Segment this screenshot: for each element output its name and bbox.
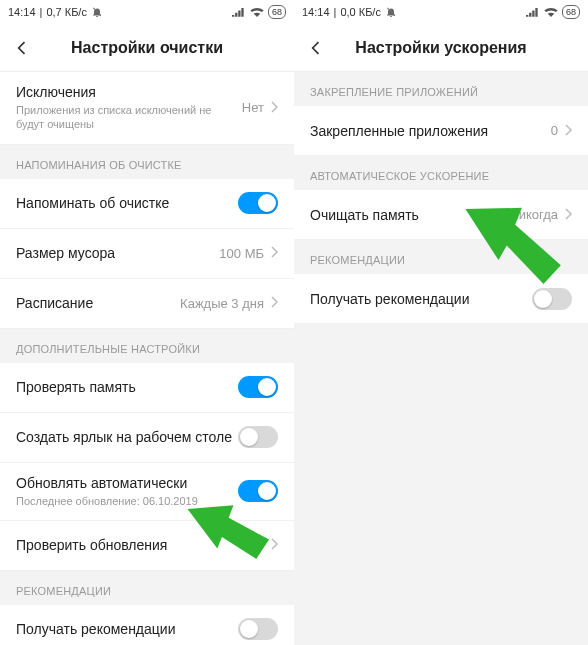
- back-button[interactable]: [0, 24, 44, 72]
- phone-left: 14:14 | 0,7 КБ/с 68 Настройки очистки Ис…: [0, 0, 294, 645]
- status-speed: 0,0 КБ/с: [340, 6, 381, 18]
- status-divider: |: [334, 6, 337, 18]
- status-bar: 14:14 | 0,7 КБ/с 68: [0, 0, 294, 24]
- check-updates-label: Проверить обновления: [16, 537, 270, 553]
- shortcut-toggle[interactable]: [238, 426, 278, 448]
- wifi-icon: [250, 7, 264, 17]
- check-memory-label: Проверять память: [16, 379, 238, 395]
- row-receive-recs[interactable]: Получать рекомендации: [294, 274, 588, 324]
- content: Исключения Приложения из списка исключен…: [0, 72, 294, 645]
- trash-size-label: Размер мусора: [16, 245, 219, 261]
- clear-memory-label: Очищать память: [310, 207, 509, 223]
- section-recs: РЕКОМЕНДАЦИИ: [0, 571, 294, 605]
- receive-recs-toggle[interactable]: [532, 288, 572, 310]
- status-time: 14:14: [302, 6, 330, 18]
- schedule-value: Каждые 3 дня: [180, 296, 264, 311]
- status-speed: 0,7 КБ/с: [46, 6, 87, 18]
- row-shortcut[interactable]: Создать ярлык на рабочем столе: [0, 413, 294, 463]
- shortcut-label: Создать ярлык на рабочем столе: [16, 429, 238, 445]
- row-exclusions[interactable]: Исключения Приложения из списка исключен…: [0, 72, 294, 145]
- battery-icon: 68: [268, 5, 286, 19]
- section-reminders: НАПОМИНАНИЯ ОБ ОЧИСТКЕ: [0, 145, 294, 179]
- header: Настройки очистки: [0, 24, 294, 72]
- section-auto: АВТОМАТИЧЕСКОЕ УСКОРЕНИЕ: [294, 156, 588, 190]
- auto-update-sublabel: Последнее обновление: 06.10.2019: [16, 494, 238, 508]
- chevron-right-icon: [270, 244, 278, 262]
- receive-recs-toggle[interactable]: [238, 618, 278, 640]
- check-memory-toggle[interactable]: [238, 376, 278, 398]
- section-pinned: ЗАКРЕПЛЕНИЕ ПРИЛОЖЕНИЙ: [294, 72, 588, 106]
- page-title: Настройки очистки: [0, 39, 294, 57]
- exclusions-value: Нет: [242, 100, 264, 115]
- chevron-right-icon: [270, 294, 278, 312]
- status-divider: |: [40, 6, 43, 18]
- header: Настройки ускорения: [294, 24, 588, 72]
- pinned-apps-value: 0: [551, 123, 558, 138]
- receive-recs-label: Получать рекомендации: [16, 621, 238, 637]
- content: ЗАКРЕПЛЕНИЕ ПРИЛОЖЕНИЙ Закрепленные прил…: [294, 72, 588, 324]
- auto-update-label: Обновлять автоматически: [16, 475, 238, 491]
- section-extra: ДОПОЛНИТЕЛЬНЫЕ НАСТРОЙКИ: [0, 329, 294, 363]
- exclusions-sublabel: Приложения из списка исключений не будут…: [16, 103, 242, 132]
- clear-memory-value: Никогда: [509, 207, 558, 222]
- row-check-updates[interactable]: Проверить обновления: [0, 521, 294, 571]
- row-check-memory[interactable]: Проверять память: [0, 363, 294, 413]
- status-bar: 14:14 | 0,0 КБ/с 68: [294, 0, 588, 24]
- auto-update-toggle[interactable]: [238, 480, 278, 502]
- row-clear-memory[interactable]: Очищать память Никогда: [294, 190, 588, 240]
- row-schedule[interactable]: Расписание Каждые 3 дня: [0, 279, 294, 329]
- schedule-label: Расписание: [16, 295, 180, 311]
- section-recs: РЕКОМЕНДАЦИИ: [294, 240, 588, 274]
- row-trash-size[interactable]: Размер мусора 100 МБ: [0, 229, 294, 279]
- signal-icon: [232, 7, 246, 17]
- receive-recs-label: Получать рекомендации: [310, 291, 532, 307]
- phone-right: 14:14 | 0,0 КБ/с 68 Настройки ускорения …: [294, 0, 588, 645]
- wifi-icon: [544, 7, 558, 17]
- page-title: Настройки ускорения: [294, 39, 588, 57]
- chevron-right-icon: [270, 99, 278, 117]
- trash-size-value: 100 МБ: [219, 246, 264, 261]
- dnd-icon: [91, 6, 103, 18]
- pinned-apps-label: Закрепленные приложения: [310, 123, 551, 139]
- remind-label: Напоминать об очистке: [16, 195, 238, 211]
- chevron-left-icon: [12, 38, 32, 58]
- row-auto-update[interactable]: Обновлять автоматически Последнее обновл…: [0, 463, 294, 521]
- dnd-icon: [385, 6, 397, 18]
- row-pinned-apps[interactable]: Закрепленные приложения 0: [294, 106, 588, 156]
- status-time: 14:14: [8, 6, 36, 18]
- chevron-right-icon: [564, 206, 572, 224]
- chevron-right-icon: [564, 122, 572, 140]
- battery-icon: 68: [562, 5, 580, 19]
- exclusions-label: Исключения: [16, 84, 242, 100]
- back-button[interactable]: [294, 24, 338, 72]
- signal-icon: [526, 7, 540, 17]
- chevron-right-icon: [270, 536, 278, 554]
- chevron-left-icon: [306, 38, 326, 58]
- row-receive-recs[interactable]: Получать рекомендации: [0, 605, 294, 645]
- remind-toggle[interactable]: [238, 192, 278, 214]
- row-remind[interactable]: Напоминать об очистке: [0, 179, 294, 229]
